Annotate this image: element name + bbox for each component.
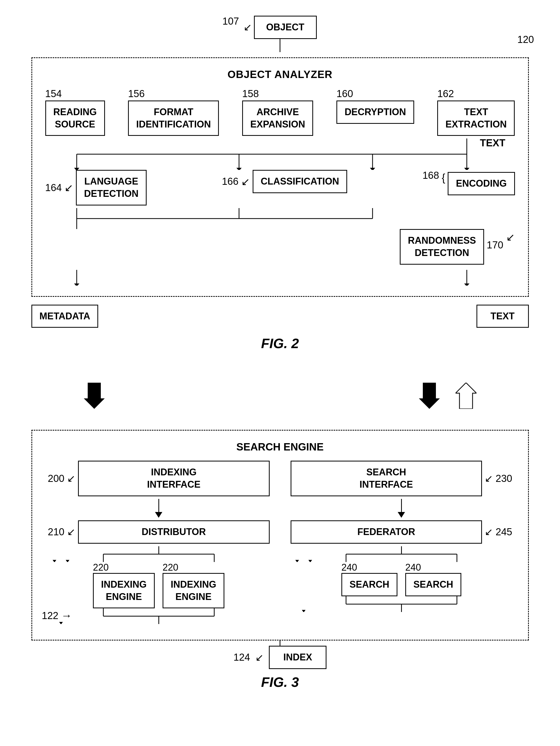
outside-boxes: METADATA TEXT [31, 305, 529, 328]
ref-164: 164 [45, 182, 62, 194]
text-extraction-box: TEXTEXTRACTION [437, 101, 515, 136]
ref-162: 162 [437, 88, 454, 99]
fig3-left-col: 200 ↙ INDEXINGINTERFACE 210 ↙ DISTRIBUTO… [48, 461, 270, 624]
text-extraction-group: 162 TEXTEXTRACTION [437, 88, 515, 136]
ref-210: 210 [48, 526, 64, 538]
ref-240-right: 240 [405, 562, 421, 573]
svg-marker-20 [419, 383, 440, 409]
ref-168: 168 [423, 170, 439, 181]
fig3-title: FIG. 3 [31, 674, 529, 690]
encoding-box: ENCODING [448, 172, 515, 195]
search-left-box: SEARCH [341, 573, 397, 596]
svg-marker-32 [59, 622, 63, 624]
metadata-box: METADATA [31, 305, 99, 328]
svg-marker-7 [370, 168, 375, 170]
search-engine-label: SEARCH ENGINE [48, 441, 512, 453]
object-analyzer-label: OBJECT ANALYZER [45, 68, 515, 80]
connection-area-1: TEXT [45, 139, 515, 170]
svg-marker-21 [455, 383, 476, 409]
fig3-cols: 200 ↙ INDEXINGINTERFACE 210 ↙ DISTRIBUTO… [48, 461, 512, 624]
search-engine-box: SEARCH ENGINE 200 ↙ INDEXINGINTERFACE [31, 430, 529, 640]
fig3-top-arrows [31, 383, 529, 409]
ref-122-group: 122 → [42, 609, 72, 622]
svg-text:TEXT: TEXT [480, 139, 505, 148]
ref-170: 170 [487, 239, 503, 251]
svg-marker-16 [74, 284, 79, 286]
fig3-right-col: SEARCHINTERFACE ↙ 230 FEDERATOR ↙ 245 [290, 461, 512, 624]
fig3-arrow-down-left [84, 383, 105, 409]
lang-detection-box: LANGUAGEDETECTION [76, 170, 147, 205]
indexing-engine-left-box: INDEXINGENGINE [93, 573, 155, 609]
reading-source-box: READINGSOURCE [45, 101, 105, 136]
svg-marker-5 [236, 168, 242, 170]
fig3-to-index [31, 640, 529, 646]
ref-154: 154 [45, 88, 62, 99]
search-interface-box: SEARCHINTERFACE [290, 461, 482, 496]
svg-marker-27 [66, 560, 69, 562]
ref-124: 124 [233, 652, 250, 663]
fig2-connections-svg: TEXT [45, 139, 515, 170]
archive-box: ARCHIVEEXPANSION [242, 101, 313, 136]
svg-marker-18 [464, 284, 469, 286]
fig3-diagram: SEARCH ENGINE 200 ↙ INDEXINGINTERFACE [31, 383, 529, 690]
fig3-search-lines [290, 596, 512, 612]
ref-122: 122 [42, 610, 58, 622]
svg-marker-9 [464, 168, 469, 170]
ref-220-left: 220 [93, 562, 109, 573]
ref-120: 120 [517, 34, 534, 45]
format-id-box: FORMATIDENTIFICATION [128, 101, 219, 136]
main-container: 107 ↙ OBJECT OBJECT ANALYZER 154 READING… [21, 16, 539, 690]
ref-230: 230 [496, 473, 512, 484]
fig3-arrow-down-right [419, 383, 440, 409]
ref-156: 156 [128, 88, 144, 99]
encoding-group: 168 { ENCODING [423, 170, 515, 195]
archive-group: 158 ARCHIVEEXPANSION [242, 88, 313, 136]
fig3-distributor-fork [48, 546, 270, 562]
fig2-diagram: 107 ↙ OBJECT OBJECT ANALYZER 154 READING… [31, 16, 529, 351]
format-id-group: 156 FORMATIDENTIFICATION [128, 88, 219, 136]
federator-box: FEDERATOR [290, 520, 482, 544]
object-analyzer-box: OBJECT ANALYZER 154 READINGSOURCE 156 FO… [31, 57, 529, 297]
svg-marker-25 [53, 560, 56, 562]
ref-220-right: 220 [163, 562, 178, 573]
ref-240-left: 240 [341, 562, 357, 573]
distributor-box: DISTRIBUTOR [78, 520, 270, 544]
connection-area-3 [45, 270, 515, 286]
fig2-title: FIG. 2 [31, 336, 529, 351]
indexing-engines-row: 220 INDEXINGENGINE 220 INDEXINGENGINE [48, 562, 270, 609]
classification-box: CLASSIFICATION [253, 170, 347, 193]
svg-marker-38 [308, 560, 312, 562]
ref-245: 245 [496, 526, 512, 538]
fig2-bottom-connections [45, 270, 515, 286]
ref-166: 166 [222, 176, 238, 187]
object-box: OBJECT [254, 16, 317, 39]
randomness-area: RANDOMNESSDETECTION 170 ↙ [45, 229, 515, 265]
reading-source-group: 154 READINGSOURCE [45, 88, 105, 136]
ref-200: 200 [48, 473, 64, 484]
ref-158: 158 [242, 88, 259, 99]
fig3-arrow-up-right [455, 383, 476, 409]
index-box: INDEX [269, 646, 327, 669]
object-ref-label: 107 [223, 16, 239, 27]
lang-detection-group: 164 ↙ LANGUAGEDETECTION [45, 170, 147, 205]
outside-text-box: TEXT [476, 305, 529, 328]
decryption-group: 160 DECRYPTION [336, 88, 414, 124]
search-row: 240 SEARCH 240 SEARCH [290, 562, 512, 596]
fig3-engine-lines [48, 608, 270, 624]
search-right-box: SEARCH [405, 573, 461, 596]
svg-marker-43 [302, 610, 306, 612]
svg-marker-3 [74, 168, 79, 170]
svg-marker-19 [84, 383, 105, 409]
fig2-mid-connections [45, 208, 515, 229]
svg-marker-36 [295, 560, 299, 562]
decryption-box: DECRYPTION [336, 101, 414, 124]
connection-area-2 [45, 208, 515, 229]
indexing-interface-box: INDEXINGINTERFACE [78, 461, 270, 496]
randomness-box: RANDOMNESSDETECTION [400, 229, 484, 265]
ref-160: 160 [336, 88, 353, 99]
fig3-federator-fork [290, 546, 512, 562]
index-group: 124 ↙ INDEX [31, 646, 529, 669]
indexing-engine-right-box: INDEXINGENGINE [163, 573, 224, 609]
classification-group: 166 ↙ CLASSIFICATION [222, 170, 347, 193]
